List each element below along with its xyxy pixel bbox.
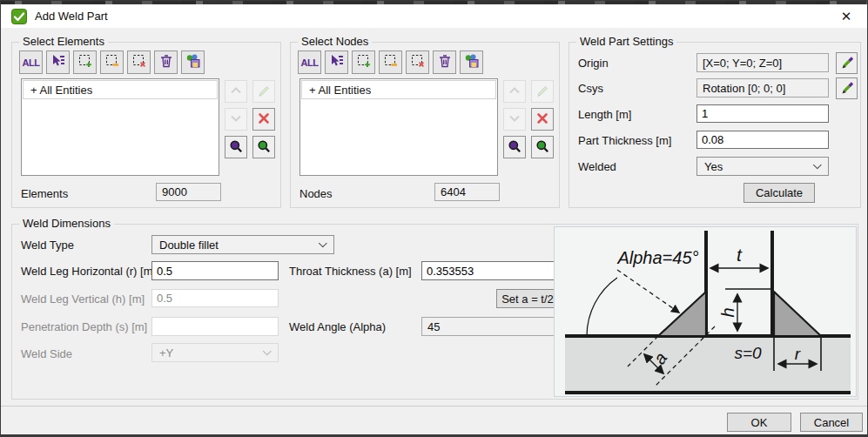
part-thickness-input[interactable]	[696, 131, 829, 149]
red-x-icon	[256, 111, 272, 129]
set-a-button[interactable]: Set a = t/2	[496, 289, 559, 308]
pencil-icon	[256, 83, 272, 101]
trash-icon	[158, 53, 174, 71]
zoom-selected-green-button[interactable]	[531, 136, 554, 158]
pencil-icon	[535, 83, 550, 101]
magnifier-green-icon	[535, 138, 550, 157]
magnifier-purple-icon	[228, 138, 244, 157]
pencil-green-icon	[838, 53, 856, 73]
angle-field: 45	[421, 317, 559, 336]
pick-from-list-button[interactable]	[46, 50, 70, 74]
group-label: Weld Part Settings	[576, 35, 676, 48]
throat-input[interactable]	[421, 261, 559, 280]
select-all-label: ALL	[301, 57, 319, 68]
zoom-selected-purple-button[interactable]	[503, 136, 526, 158]
list-item-all-entities[interactable]: + All Entities	[301, 80, 496, 99]
list-item-all-entities[interactable]: + All Entities	[23, 80, 218, 99]
group-label: Weld Dimensions	[19, 217, 114, 230]
csys-field: Rotation [0; 0; 0]	[696, 78, 829, 97]
pick-from-list-icon	[50, 53, 66, 71]
length-input[interactable]	[696, 104, 829, 123]
box-select-add-icon	[77, 53, 93, 71]
box-select-add-icon	[356, 53, 372, 71]
magnifier-green-icon	[256, 138, 272, 157]
save-selection-button[interactable]	[460, 50, 483, 74]
diagram-s-label: s=0	[734, 344, 762, 362]
dialog-title: Add Weld Part	[35, 10, 108, 23]
box-select-add-button[interactable]	[73, 50, 97, 74]
group-label: Select Elements	[19, 35, 108, 48]
part-thickness-label: Part Thickness [m]	[578, 134, 671, 147]
weld-diagram-svg: t h Alpha=45° a s=0 r	[555, 227, 856, 396]
length-label: Length [m]	[578, 108, 631, 121]
throat-label: Throat Thickness (a) [m]	[289, 265, 412, 278]
welded-dropdown[interactable]: Yes	[696, 157, 829, 176]
move-up-button[interactable]	[225, 80, 247, 103]
diagram-h-label: h	[718, 307, 737, 317]
weld-check-icon	[11, 9, 27, 24]
welded-label: Welded	[578, 160, 616, 173]
diagram-t-label: t	[737, 245, 743, 265]
leg-horizontal-input[interactable]	[151, 261, 279, 280]
weld-type-dropdown[interactable]: Double fillet	[151, 235, 334, 254]
welded-value: Yes	[704, 160, 723, 173]
chevron-up-icon	[228, 83, 244, 101]
select-all-label: ALL	[23, 57, 40, 68]
save-selection-button[interactable]	[181, 50, 205, 74]
weld-type-value: Double fillet	[159, 239, 219, 252]
weld-side-value: +Y	[159, 346, 173, 360]
group-label: Select Nodes	[298, 35, 372, 48]
box-select-subtract-button[interactable]	[100, 50, 124, 74]
red-x-icon	[535, 111, 550, 129]
nodes-toolbar: ALL	[298, 50, 483, 74]
weld-type-label: Weld Type	[21, 239, 74, 252]
select-all-button[interactable]: ALL	[19, 50, 43, 74]
zoom-selected-green-button[interactable]	[252, 136, 275, 158]
weld-diagram: t h Alpha=45° a s=0 r	[554, 226, 857, 397]
group-weld-dimensions: Weld Dimensions Weld Type Double fillet …	[11, 224, 858, 400]
clear-selection-button[interactable]	[154, 50, 178, 74]
close-button[interactable]: ✕	[836, 7, 857, 26]
origin-label: Origin	[578, 57, 609, 70]
edit-button[interactable]	[531, 80, 554, 103]
box-select-remove-icon	[410, 53, 426, 71]
penetration-label: Penetration Depth (s) [m]	[21, 320, 147, 333]
box-select-subtract-icon	[383, 53, 399, 71]
ok-button[interactable]: OK	[727, 413, 791, 432]
chevron-up-icon	[507, 83, 522, 101]
chevron-down-icon	[263, 346, 272, 355]
nodes-listbox: + All Entities	[299, 78, 498, 176]
chevron-down-icon	[228, 111, 244, 129]
csys-edit-button[interactable]	[836, 77, 858, 99]
pick-from-list-icon	[329, 53, 345, 71]
group-weld-part-settings: Weld Part Settings Origin [X=0; Y=0; Z=0…	[569, 42, 861, 208]
leg-vertical-input	[151, 289, 279, 307]
pick-from-list-button[interactable]	[325, 50, 348, 74]
edit-button[interactable]	[252, 80, 275, 103]
box-select-subtract-button[interactable]	[379, 50, 402, 74]
cancel-button[interactable]: Cancel	[800, 413, 863, 432]
move-up-button[interactable]	[503, 80, 526, 103]
footer-separator	[1, 406, 867, 407]
elements-listbox: + All Entities	[21, 78, 219, 176]
weld-side-label: Weld Side	[21, 347, 72, 360]
title-bar: Add Weld Part ✕	[1, 4, 867, 28]
zoom-selected-purple-button[interactable]	[225, 136, 247, 158]
box-select-remove-button[interactable]	[406, 50, 429, 74]
box-select-remove-button[interactable]	[127, 50, 151, 74]
elements-toolbar: ALL	[19, 50, 205, 74]
delete-button[interactable]	[252, 108, 275, 131]
origin-edit-button[interactable]	[836, 52, 858, 74]
box-select-add-button[interactable]	[352, 50, 375, 74]
nodes-count-field: 6404	[434, 183, 500, 201]
move-down-button[interactable]	[503, 108, 526, 131]
box-select-remove-icon	[131, 53, 147, 71]
origin-field: [X=0; Y=0; Z=0]	[696, 53, 829, 72]
clear-selection-button[interactable]	[433, 50, 456, 74]
select-all-button[interactable]: ALL	[298, 50, 321, 74]
group-select-elements: Select Elements ALL + All Entities Eleme…	[11, 42, 281, 208]
delete-button[interactable]	[531, 108, 554, 131]
move-down-button[interactable]	[225, 108, 247, 131]
calculate-button[interactable]: Calculate	[744, 183, 815, 203]
diagram-r-label: r	[795, 345, 801, 363]
